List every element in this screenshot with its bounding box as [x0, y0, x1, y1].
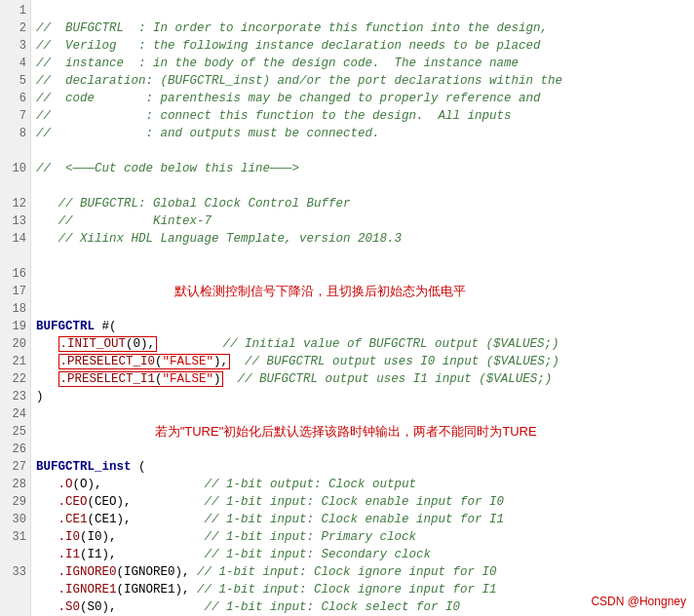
- code-line-24: .CE1(CE1), // 1-bit input: Clock enable …: [36, 511, 690, 528]
- code-line-9: [36, 142, 690, 160]
- line-numbers: 1 2 3 4 5 6 7 8 10 12 13 14 16 17 18 19 …: [0, 0, 31, 616]
- code-line-16: BUFGCTRL #(: [36, 318, 690, 335]
- code-line-3: // Verilog : the following instance decl…: [36, 37, 690, 55]
- code-line-14: // Xilinx HDL Language Template, version…: [36, 230, 690, 248]
- code-line-15: [36, 248, 690, 265]
- code-line-20: ): [36, 388, 690, 405]
- code-line-12: // BUFGCTRL: Global Clock Control Buffer: [36, 195, 690, 212]
- code-line-5: // declaration: (BUFGCTRL_inst) and/or t…: [36, 72, 690, 90]
- code-line-6: // code : parenthesis may be changed to …: [36, 90, 690, 107]
- annotation-2-line: 若为"TURE"初始化后默认选择该路时钟输出，两者不能同时为TURE: [36, 405, 690, 458]
- code-line-8: // : and outputs must be connected.: [36, 125, 690, 142]
- code-line-7: // : connect this function to the design…: [36, 107, 690, 125]
- code-line-4: // instance : in the body of the design …: [36, 55, 690, 72]
- code-line-10: // <———Cut code below this line———>: [36, 160, 690, 177]
- code-line-23: .CEO(CEO), // 1-bit input: Clock enable …: [36, 493, 690, 511]
- code-line-13: // Kintex-7: [36, 212, 690, 230]
- code-area: // BUFGCTRL : In order to incorporate th…: [32, 0, 694, 616]
- annotation-1-text: 默认检测控制信号下降沿，且切换后初始态为低电平: [174, 284, 466, 298]
- code-line-21: BUFGCTRL_inst (: [36, 458, 690, 476]
- code-line-26: .I1(I1), // 1-bit input: Secondary clock: [36, 546, 690, 563]
- code-line-27: .IGNORE0(IGNORE0), // 1-bit input: Clock…: [36, 563, 690, 581]
- code-line-18: .PRESELECT_I0("FALSE"), // BUFGCTRL outp…: [36, 353, 690, 370]
- code-line-11: [36, 177, 690, 195]
- code-line-25: .I0(I0), // 1-bit input: Primary clock: [36, 528, 690, 546]
- annotation-1-line: 默认检测控制信号下降沿，且切换后初始态为低电平: [36, 265, 690, 318]
- code-line-22: .O(O), // 1-bit output: Clock output: [36, 476, 690, 493]
- csdn-badge: CSDN @Hongney: [591, 595, 686, 608]
- code-line-19: .PRESELECT_I1("FALSE") // BUFGCTRL outpu…: [36, 370, 690, 388]
- code-line-2: // BUFGCTRL : In order to incorporate th…: [36, 19, 690, 37]
- annotation-2-text: 若为"TURE"初始化后默认选择该路时钟输出，两者不能同时为TURE: [155, 424, 537, 439]
- code-line-1: [36, 2, 690, 19]
- code-container: 1 2 3 4 5 6 7 8 10 12 13 14 16 17 18 19 …: [0, 0, 694, 616]
- code-line-17: .INIT_OUT(0), // Initial value of BUFGCT…: [36, 335, 690, 353]
